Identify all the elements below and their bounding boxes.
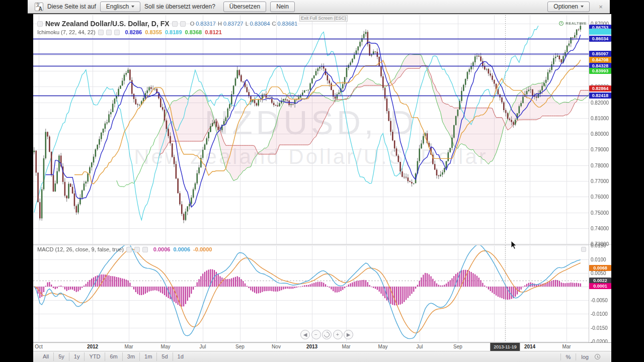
price-tick-label: 0.74000 xyxy=(591,226,609,231)
bottom-toolbar: All5y1yYTD6m3m1m5d1d % log xyxy=(33,351,611,362)
ohlc-values: O0.83317H0.83727L0.83084C0.83681 xyxy=(188,21,298,27)
macd-badge: 0.0001 xyxy=(589,283,611,289)
macd-chart-canvas[interactable] xyxy=(33,245,589,342)
price-chart-canvas[interactable] xyxy=(33,15,589,245)
ichimoku-label: Ichimoku (7, 22, 44, 22) xyxy=(37,29,96,35)
log-scale-button[interactable]: log xyxy=(576,353,594,360)
time-tick-label: Oct xyxy=(35,344,43,349)
translate-question: Soll sie übersetzt werden? xyxy=(144,3,215,10)
price-tick-label: 0.81000 xyxy=(591,116,609,121)
toolbar-right: % log xyxy=(560,353,606,360)
macd-values: 0.00060.0006-0.0000 xyxy=(150,246,212,252)
pan-right-button[interactable]: ▶ xyxy=(344,330,353,339)
ichimoku-value: 0.8189 xyxy=(165,29,182,35)
eye-icon[interactable] xyxy=(172,21,178,27)
time-tick-label: Jul xyxy=(417,344,423,349)
options-dropdown[interactable]: Optionen xyxy=(547,2,590,12)
translate-icon: 文A xyxy=(35,3,43,11)
price-badge: 0.84708 xyxy=(589,57,611,63)
realtime-clock-icon xyxy=(559,21,564,26)
macd-tick-label: 0.0050 xyxy=(591,270,606,276)
chart-icon[interactable] xyxy=(37,21,43,27)
screen: 文A Diese Seite ist auf Englisch Soll sie… xyxy=(0,0,644,362)
zoom-in-button[interactable]: + xyxy=(333,330,343,339)
macd-tick-label: -0.0050 xyxy=(591,298,608,303)
macd-tick-label: 0.0150 xyxy=(591,243,606,248)
ohlc-value: 0.83084 xyxy=(250,21,270,27)
ichimoku-value: 0.8355 xyxy=(145,29,162,35)
time-tick-label: Sep xyxy=(453,344,462,349)
pane-separator[interactable] xyxy=(33,244,611,245)
range-button-3m[interactable]: 3m xyxy=(123,352,140,361)
macd-badge: 0.0022 xyxy=(589,278,611,284)
time-tick-label: 2012 xyxy=(87,344,98,349)
range-button-1d[interactable]: 1d xyxy=(173,352,188,361)
time-tick-label: Jul xyxy=(200,344,206,349)
time-tick-label: Mar xyxy=(342,344,350,349)
ichimoku-value: 0.8368 xyxy=(185,29,202,35)
range-button-ytd[interactable]: YTD xyxy=(85,352,105,361)
price-badge xyxy=(589,29,611,35)
ichimoku-value: 0.8286 xyxy=(125,29,142,35)
crosshair-date-badge: 2013-11-19 xyxy=(490,343,520,351)
time-tick-label: May xyxy=(378,344,388,349)
pan-left-button[interactable]: ◀ xyxy=(300,330,310,339)
time-axis[interactable]: Oct2012MarMayJulSepNov2013MarMayJulSep20… xyxy=(33,342,611,351)
price-badge: 0.86034 xyxy=(589,36,611,42)
translate-text: Diese Seite ist auf xyxy=(47,3,96,10)
macd-tick-label: 0.0100 xyxy=(591,257,606,262)
price-tick-label: 0.79000 xyxy=(591,147,609,152)
macd-tick-label: -0.0150 xyxy=(591,325,608,331)
exit-fullscreen-tooltip: Exit Full Screen (ESC) xyxy=(299,15,348,22)
price-tick-label: 0.78000 xyxy=(591,163,609,168)
translate-bar: 文A Diese Seite ist auf Englisch Soll sie… xyxy=(28,0,610,14)
macd-value: -0.0000 xyxy=(193,246,212,252)
settings-icon[interactable] xyxy=(180,21,186,27)
macd-tick-label: -0.0100 xyxy=(591,311,608,317)
range-button-1y[interactable]: 1y xyxy=(69,352,85,361)
close-icon[interactable] xyxy=(142,247,148,252)
range-button-5y[interactable]: 5y xyxy=(54,352,69,361)
range-button-1m[interactable]: 1m xyxy=(140,352,157,361)
price-tick-label: 0.82000 xyxy=(591,100,609,106)
price-tick-label: 0.80000 xyxy=(591,131,609,137)
close-icon[interactable]: × xyxy=(597,3,605,11)
chevron-down-icon xyxy=(131,6,134,8)
no-button[interactable]: Nein xyxy=(270,2,295,12)
ichimoku-header-row: Ichimoku (7, 22, 44, 22) 0.82860.83550.8… xyxy=(37,29,222,35)
ichimoku-value: 0.8121 xyxy=(205,29,222,35)
close-icon[interactable] xyxy=(114,30,120,35)
range-button-all[interactable]: All xyxy=(38,352,54,361)
symbol-title: New Zealand Dollar/U.S. Dollar, D, FX xyxy=(45,20,170,28)
pane-collapse-icon[interactable] xyxy=(581,247,586,252)
clock-icon[interactable] xyxy=(595,354,600,359)
reset-chart-button[interactable] xyxy=(322,330,332,339)
time-tick-label: 2014 xyxy=(524,344,535,349)
ichimoku-values: 0.82860.83550.81890.83680.8121 xyxy=(122,29,222,35)
ohlc-label: O xyxy=(190,21,195,27)
macd-badge: 0.0068 xyxy=(589,265,611,271)
macd-label: MACD (12, 26, close, 9, false, true) xyxy=(37,246,124,252)
macd-value: 0.0006 xyxy=(173,246,190,252)
range-button-6m[interactable]: 6m xyxy=(105,352,122,361)
zoom-out-button[interactable]: − xyxy=(311,330,321,339)
percent-scale-button[interactable]: % xyxy=(560,353,576,360)
eye-icon[interactable] xyxy=(98,30,104,35)
language-dropdown[interactable]: Englisch xyxy=(100,2,140,12)
price-badge: 0.83993 xyxy=(589,68,611,74)
macd-value: 0.0006 xyxy=(153,246,171,252)
time-tick-label: 2013 xyxy=(306,344,317,349)
ohlc-value: 0.83727 xyxy=(223,21,244,27)
realtime-indicator: REALTIME xyxy=(559,21,587,26)
eye-icon[interactable] xyxy=(126,247,132,252)
settings-icon[interactable] xyxy=(134,247,140,252)
range-buttons: All5y1yYTD6m3m1m5d1d xyxy=(38,352,188,361)
range-button-5d[interactable]: 5d xyxy=(157,352,173,361)
time-tick-label: Mar xyxy=(562,344,571,349)
price-badge: 0.82418 xyxy=(589,93,611,99)
price-badge: 0.82864 xyxy=(589,85,611,92)
ohlc-label: H xyxy=(218,21,222,27)
ohlc-value: 0.83681 xyxy=(278,21,298,27)
settings-icon[interactable] xyxy=(106,30,112,35)
translate-button[interactable]: Übersetzen xyxy=(223,2,266,12)
